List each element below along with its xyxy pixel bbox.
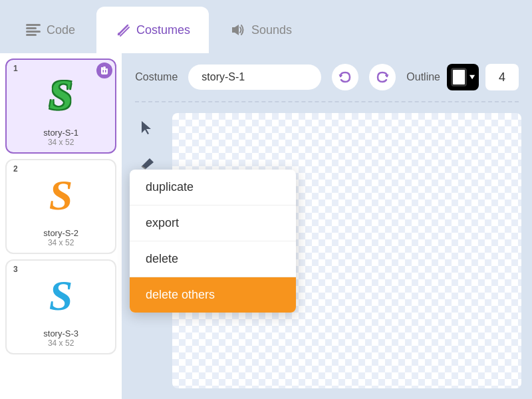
svg-marker-12 <box>469 75 475 80</box>
tab-sounds-label: Sounds <box>251 23 292 37</box>
code-icon <box>25 22 41 38</box>
costume-number-1: 1 <box>13 64 18 73</box>
svg-rect-10 <box>101 68 108 70</box>
costume-size-1: 34 x 52 <box>48 138 74 147</box>
costume-field-label: Costume <box>135 71 178 83</box>
costume-size-2: 34 x 52 <box>48 238 74 247</box>
costume-preview-3: S <box>15 266 108 326</box>
outline-value-input[interactable] <box>485 64 519 90</box>
svg-point-4 <box>118 33 120 35</box>
costume-letter-3: S <box>49 271 73 321</box>
tab-costumes[interactable]: Costumes <box>96 7 209 53</box>
costume-name-label-3: story-S-3 <box>43 329 78 338</box>
costume-preview-2: S <box>15 166 108 225</box>
outline-label: Outline <box>406 71 440 83</box>
costume-letter-2: S <box>49 171 73 220</box>
svg-rect-1 <box>26 27 37 29</box>
svg-rect-3 <box>26 34 37 36</box>
costume-list: 1 S story-S-1 34 x 52 2 <box>0 53 122 399</box>
costume-name-label-1: story-S-1 <box>43 128 78 138</box>
dropdown-arrow-icon <box>469 74 475 80</box>
outline-color-button[interactable] <box>447 64 479 90</box>
tab-code[interactable]: Code <box>7 7 94 53</box>
context-menu: duplicate export delete delete others <box>130 170 296 313</box>
delete-costume-1-button[interactable] <box>96 63 112 78</box>
undo-button[interactable] <box>332 64 358 90</box>
sounds-icon <box>230 22 246 38</box>
tab-code-label: Code <box>47 23 75 37</box>
tab-bar: Code Costumes Sounds <box>0 0 532 53</box>
svg-rect-9 <box>105 70 106 72</box>
costume-number-2: 2 <box>13 164 18 174</box>
svg-rect-0 <box>26 24 41 26</box>
costume-name-input[interactable] <box>188 65 321 90</box>
costume-item-3[interactable]: 3 S story-S-3 34 x 52 <box>5 259 116 354</box>
costume-letter-1: S <box>49 70 73 120</box>
costume-preview-1: S <box>15 65 108 125</box>
svg-rect-8 <box>103 70 104 72</box>
costume-name-label-2: story-S-2 <box>43 228 78 238</box>
context-menu-delete-others[interactable]: delete others <box>130 277 296 313</box>
svg-rect-2 <box>26 31 41 33</box>
context-menu-delete[interactable]: delete <box>130 241 296 277</box>
costume-number-3: 3 <box>13 265 18 274</box>
outline-color-preview <box>451 68 467 86</box>
tab-sounds[interactable]: Sounds <box>211 7 311 53</box>
select-tool-button[interactable] <box>132 113 162 142</box>
tab-costumes-label: Costumes <box>136 23 190 37</box>
context-menu-duplicate[interactable]: duplicate <box>130 170 296 205</box>
outline-section: Outline <box>406 64 519 90</box>
costume-size-3: 34 x 52 <box>48 338 74 348</box>
svg-marker-5 <box>232 25 239 35</box>
costumes-icon <box>115 22 131 38</box>
costume-item-1[interactable]: 1 S story-S-1 34 x 52 <box>5 59 116 154</box>
costume-item-2[interactable]: 2 S story-S-2 34 x 52 <box>5 159 116 254</box>
svg-rect-11 <box>103 67 106 68</box>
context-menu-export[interactable]: export <box>130 205 296 241</box>
costume-toolbar: Costume Outline <box>122 53 532 101</box>
redo-button[interactable] <box>369 64 396 90</box>
